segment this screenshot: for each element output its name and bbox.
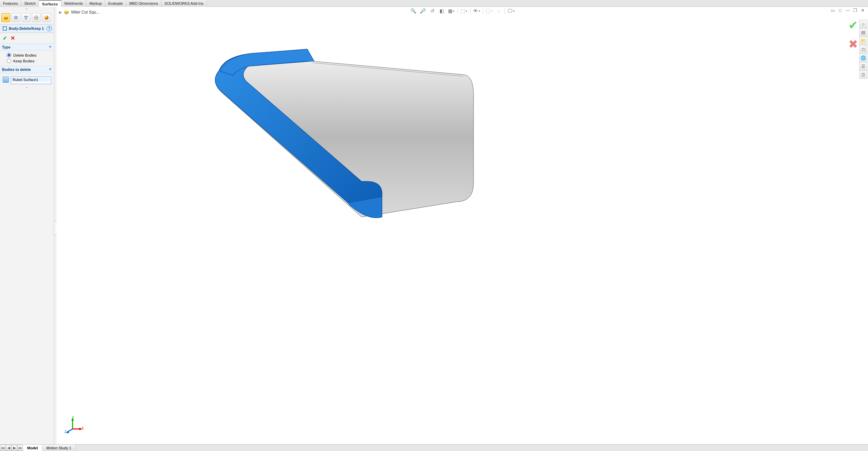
file-explorer-tp-icon[interactable]: 🗀 bbox=[859, 45, 867, 53]
pm-cancel-button[interactable]: ✕ bbox=[11, 35, 15, 41]
model-view[interactable] bbox=[199, 47, 477, 235]
cm-tab-weldments[interactable]: Weldments bbox=[61, 0, 86, 7]
view-settings-icon[interactable]: 🖵 bbox=[508, 7, 515, 14]
view-orient-icon[interactable]: ⬚ bbox=[461, 7, 467, 14]
corner-ok-button[interactable]: ✔ bbox=[848, 18, 858, 32]
part-icon bbox=[64, 9, 69, 15]
pm-group-bodies-body: Ruled Surface1 ∘ bbox=[0, 73, 54, 93]
graphics-area[interactable]: ▶ Miter Cut Squ... 🔍 🔎 ↺ ◧ ▦ ⬚ 👁 ◯ ☼ 🖵 ▭… bbox=[56, 7, 868, 444]
hide-show-icon[interactable]: 👁 bbox=[473, 7, 480, 14]
surface-body-icon bbox=[3, 77, 9, 83]
pm-group-type-body: Delete Bodies Keep Bodies bbox=[0, 51, 54, 66]
toolbar-separator bbox=[483, 8, 483, 14]
cm-tab-addins[interactable]: SOLIDWORKS Add-Ins bbox=[161, 0, 207, 7]
nav-next-icon[interactable]: ▶ bbox=[12, 445, 17, 451]
bottom-tab-bar: ⏮ ◀ ▶ ⏭ Model Motion Study 1 bbox=[0, 444, 868, 451]
custom-props-tp-icon[interactable]: ☲ bbox=[859, 71, 867, 79]
minimize-icon[interactable]: — bbox=[845, 7, 850, 13]
pm-group-type-header[interactable]: Type ▲ bbox=[0, 43, 54, 51]
zoom-fit-icon[interactable]: 🔍 bbox=[410, 7, 417, 14]
scene-icon[interactable]: ☼ bbox=[495, 7, 502, 14]
property-manager-panel: ∘ Body-Delete/Keep 1 ? ✓ ✕ bbox=[0, 7, 54, 444]
triad-y-label: Y bbox=[72, 416, 74, 419]
design-lib-tp-icon[interactable]: 📁 bbox=[859, 37, 867, 45]
home-tp-icon[interactable]: ⌂ bbox=[859, 20, 867, 28]
cm-tab-sketch[interactable]: Sketch bbox=[21, 0, 39, 7]
svg-rect-2 bbox=[14, 18, 18, 19]
close-icon[interactable]: ✕ bbox=[860, 7, 865, 13]
breadcrumb-arrow-icon[interactable]: ▶ bbox=[59, 10, 62, 15]
view-triad[interactable]: Y X Z bbox=[66, 417, 83, 435]
feature-breadcrumb: ▶ Miter Cut Squ... bbox=[59, 9, 99, 15]
pm-group-bodies-title: Bodies to delete bbox=[2, 67, 31, 72]
pm-group-bodies-header[interactable]: Bodies to delete ▲ bbox=[0, 66, 54, 73]
target-icon bbox=[34, 15, 39, 20]
pm-tab-dimxpert-manager[interactable] bbox=[32, 13, 41, 22]
svg-rect-1 bbox=[14, 17, 18, 18]
bottom-nav-buttons: ⏮ ◀ ▶ ⏭ bbox=[0, 445, 23, 451]
radio-keep-bodies-input[interactable] bbox=[7, 59, 11, 63]
heads-up-toolbar: 🔍 🔎 ↺ ◧ ▦ ⬚ 👁 ◯ ☼ 🖵 bbox=[410, 7, 515, 14]
chevron-up-icon: ▲ bbox=[49, 68, 52, 72]
cm-tab-features[interactable]: Features bbox=[0, 0, 21, 7]
pm-tab-display-manager[interactable] bbox=[42, 13, 51, 22]
svg-point-7 bbox=[36, 17, 37, 18]
toolbar-separator bbox=[505, 8, 505, 14]
list-grip[interactable]: ∘ bbox=[3, 85, 51, 90]
svg-rect-4 bbox=[26, 16, 28, 18]
pm-confirm-row: ✓ ✕ bbox=[0, 33, 54, 43]
pm-tab-configuration-manager[interactable] bbox=[22, 13, 31, 22]
bodies-selection-item[interactable]: Ruled Surface1 bbox=[13, 78, 50, 82]
cm-tab-surfaces[interactable]: Surfaces bbox=[39, 0, 61, 7]
restore-down-icon[interactable]: ▭ bbox=[830, 7, 835, 13]
bottom-tab-motion-study[interactable]: Motion Study 1 bbox=[42, 445, 76, 451]
pm-ok-button[interactable]: ✓ bbox=[3, 35, 7, 41]
cube-icon bbox=[3, 15, 8, 20]
cm-tab-evaluate[interactable]: Evaluate bbox=[105, 0, 126, 7]
sphere-icon bbox=[44, 15, 49, 20]
pm-tab-feature-manager[interactable] bbox=[1, 13, 10, 22]
svg-rect-5 bbox=[25, 18, 27, 20]
view-palette-tp-icon[interactable]: 🌐 bbox=[859, 54, 867, 62]
display-style-icon[interactable]: ▦ bbox=[448, 7, 455, 14]
triad-x-label: X bbox=[81, 427, 84, 430]
svg-rect-3 bbox=[24, 16, 26, 18]
cm-tab-mbd[interactable]: MBD Dimensions bbox=[126, 0, 161, 7]
chevron-up-icon: ▲ bbox=[49, 45, 52, 49]
toolbar-separator bbox=[470, 8, 470, 14]
corner-cancel-button[interactable]: ✖ bbox=[848, 37, 858, 51]
radio-delete-bodies[interactable]: Delete Bodies bbox=[7, 53, 51, 57]
prev-view-icon[interactable]: ↺ bbox=[429, 7, 436, 14]
nav-prev-icon[interactable]: ◀ bbox=[6, 445, 12, 451]
window-button-group: ▭ □ — ❐ ✕ bbox=[830, 7, 865, 13]
appearances-tp-icon[interactable]: ☰ bbox=[859, 62, 867, 70]
maximize-sub-icon[interactable]: □ bbox=[837, 7, 843, 13]
section-view-icon[interactable]: ◧ bbox=[439, 7, 445, 14]
appearance-icon[interactable]: ◯ bbox=[486, 7, 493, 14]
nav-last-icon[interactable]: ⏭ bbox=[17, 445, 23, 451]
radio-keep-bodies[interactable]: Keep Bodies bbox=[7, 59, 51, 63]
bodies-selection-list[interactable]: Ruled Surface1 bbox=[11, 77, 51, 84]
resources-tp-icon[interactable]: ▤ bbox=[859, 28, 867, 36]
list-icon bbox=[14, 15, 18, 20]
pm-tab-property-manager[interactable] bbox=[12, 13, 20, 22]
pm-feature-header: Body-Delete/Keep 1 ? bbox=[0, 24, 54, 33]
bottom-tab-model[interactable]: Model bbox=[23, 445, 42, 451]
pm-help-button[interactable]: ? bbox=[46, 26, 52, 31]
pm-manager-tab-strip bbox=[0, 11, 54, 24]
bodies-selection-row: Ruled Surface1 bbox=[3, 77, 51, 84]
pm-group-type-title: Type bbox=[2, 45, 11, 49]
restore-icon[interactable]: ❐ bbox=[852, 7, 858, 13]
zoom-area-icon[interactable]: 🔎 bbox=[420, 7, 426, 14]
nav-first-icon[interactable]: ⏮ bbox=[0, 445, 6, 451]
config-icon bbox=[24, 15, 28, 20]
body-delete-icon bbox=[2, 26, 7, 31]
svg-rect-0 bbox=[14, 16, 18, 17]
radio-delete-bodies-input[interactable] bbox=[7, 53, 11, 57]
command-manager-tab-strip: Features Sketch Surfaces Weldments Marku… bbox=[0, 0, 868, 7]
breadcrumb-part-name[interactable]: Miter Cut Squ... bbox=[71, 10, 99, 15]
toolbar-separator bbox=[458, 8, 458, 14]
panel-grip[interactable]: ∘ bbox=[0, 7, 54, 11]
cm-tab-markup[interactable]: Markup bbox=[86, 0, 105, 7]
triad-z-label: Z bbox=[64, 430, 66, 434]
